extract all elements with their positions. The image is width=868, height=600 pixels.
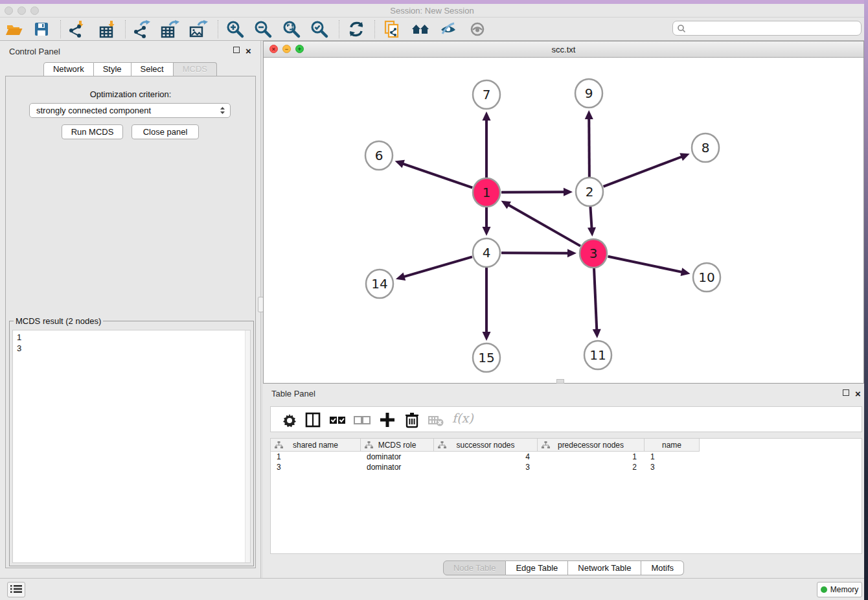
import-network-icon[interactable] — [65, 18, 87, 40]
clone-network-icon[interactable] — [381, 18, 403, 40]
zoom-fit-icon[interactable] — [280, 18, 303, 40]
delete-table-icon[interactable] — [426, 410, 446, 430]
edge-2-3[interactable] — [590, 207, 591, 229]
node-11[interactable]: 11 — [584, 341, 611, 369]
network-resize-handle[interactable] — [556, 379, 564, 384]
node-4[interactable]: 4 — [473, 238, 500, 267]
zoom-in-icon[interactable] — [224, 18, 246, 40]
run-mcds-button[interactable]: Run MCDS — [62, 124, 123, 139]
node-3[interactable]: 3 — [580, 239, 607, 268]
create-column-icon[interactable] — [378, 410, 397, 430]
node-1[interactable]: 1 — [473, 178, 500, 207]
edge-3-10[interactable] — [608, 257, 683, 272]
tab-motifs[interactable]: Motifs — [641, 560, 684, 575]
list-icon — [10, 584, 22, 594]
export-network-icon[interactable] — [131, 18, 153, 40]
chevron-updown-icon — [219, 106, 226, 115]
edge-3-1[interactable] — [508, 205, 580, 246]
mcds-result-title: MCDS result (2 nodes) — [14, 316, 103, 326]
apply-layout-icon[interactable] — [345, 18, 367, 40]
open-session-icon[interactable] — [3, 18, 25, 40]
table-cell: 3 — [645, 462, 700, 472]
table-row[interactable]: 1dominator411 — [271, 452, 700, 462]
tab-node-table[interactable]: Node Table — [443, 560, 507, 575]
edge-3-11[interactable] — [594, 268, 597, 330]
node-14[interactable]: 14 — [366, 270, 393, 298]
tab-network-table[interactable]: Network Table — [568, 560, 641, 575]
export-image-icon[interactable] — [187, 18, 209, 40]
function-builder-icon[interactable]: f(x) — [452, 411, 474, 425]
network-window-title: scc.txt — [264, 45, 863, 54]
arrowhead — [396, 273, 405, 281]
tab-style[interactable]: Style — [94, 62, 131, 76]
hide-selected-icon[interactable] — [437, 18, 459, 40]
table-row[interactable]: 3dominator323 — [271, 462, 700, 472]
criterion-dropdown[interactable]: strongly connected component — [29, 103, 231, 118]
column-header-name[interactable]: name — [645, 439, 700, 452]
column-header-shared-name[interactable]: shared name — [271, 439, 361, 452]
node-label: 7 — [483, 87, 491, 102]
toggle-column-panel-icon[interactable] — [303, 410, 323, 430]
toolbar-separator — [218, 20, 218, 38]
deselect-all-columns-icon[interactable] — [352, 410, 372, 430]
save-session-icon[interactable] — [30, 18, 52, 40]
zoom-out-icon[interactable] — [252, 18, 274, 40]
table-cell: 4 — [434, 452, 538, 462]
zoom-selected-icon[interactable] — [308, 18, 330, 40]
tab-edge-table[interactable]: Edge Table — [506, 560, 568, 575]
first-neighbors-icon[interactable] — [409, 18, 431, 40]
mcds-result-values: 13 — [17, 332, 21, 354]
edge-4-14[interactable] — [403, 257, 472, 277]
mcds-result-line: 1 — [17, 332, 21, 343]
node-label: 14 — [371, 276, 387, 292]
search-input[interactable] — [689, 24, 857, 33]
node-9[interactable]: 9 — [575, 79, 602, 108]
node-label: 3 — [589, 246, 598, 261]
memory-button[interactable]: Memory — [817, 582, 862, 597]
arrowhead — [564, 188, 573, 196]
edge-2-9[interactable] — [589, 118, 589, 177]
node-2[interactable]: 2 — [576, 178, 603, 206]
import-table-icon[interactable] — [97, 18, 119, 40]
column-header-successor-nodes[interactable]: successor nodes — [434, 439, 538, 452]
column-header-predecessor-nodes[interactable]: predecessor nodes — [538, 439, 645, 452]
edge-4-3[interactable] — [501, 253, 569, 253]
close-panel-button[interactable]: Close panel — [131, 124, 199, 139]
tab-mcds[interactable]: MCDS — [174, 62, 217, 76]
table-float-icon[interactable] — [843, 389, 849, 396]
edge-1-2[interactable] — [501, 192, 565, 192]
column-header-MCDS-role[interactable]: MCDS role — [361, 439, 434, 452]
float-panel-icon[interactable] — [233, 47, 240, 53]
arrowhead — [483, 111, 491, 121]
select-all-columns-icon[interactable] — [328, 410, 347, 430]
edge-2-8[interactable] — [604, 156, 683, 186]
mcds-result-scrollbar[interactable] — [245, 330, 250, 562]
table-close-icon[interactable]: × — [855, 391, 861, 397]
task-history-button[interactable] — [7, 582, 25, 597]
export-table-icon[interactable] — [159, 18, 181, 40]
arrowhead — [593, 329, 601, 338]
edge-1-6[interactable] — [402, 163, 472, 187]
status-bar: Memory — [0, 578, 864, 600]
node-7[interactable]: 7 — [473, 80, 500, 109]
node-6[interactable]: 6 — [365, 141, 393, 170]
tree-icon — [542, 441, 550, 449]
show-all-icon[interactable] — [466, 18, 488, 40]
delete-column-icon[interactable] — [402, 410, 422, 430]
tab-select[interactable]: Select — [131, 62, 174, 76]
table-cell: 1 — [538, 452, 645, 462]
table-cell: 2 — [538, 462, 645, 472]
desktop-background-right — [864, 0, 868, 600]
node-label: 9 — [585, 86, 593, 101]
toolbar-separator — [339, 20, 339, 38]
node-table[interactable]: shared nameMCDS rolesuccessor nodesprede… — [270, 438, 862, 554]
tree-icon — [275, 441, 283, 449]
node-15[interactable]: 15 — [473, 343, 500, 372]
node-10[interactable]: 10 — [693, 263, 720, 292]
mcds-result-list[interactable]: 13 — [12, 330, 251, 563]
network-canvas[interactable]: 1234678910111415 — [264, 58, 863, 383]
tab-network[interactable]: Network — [43, 62, 94, 76]
close-panel-icon[interactable]: × — [246, 48, 251, 54]
table-options-icon[interactable] — [280, 410, 299, 430]
node-8[interactable]: 8 — [692, 133, 719, 162]
